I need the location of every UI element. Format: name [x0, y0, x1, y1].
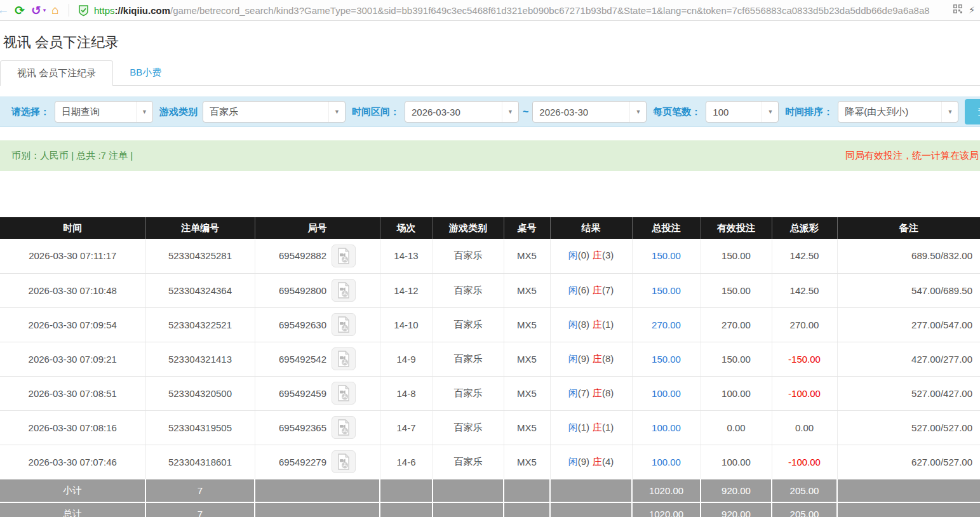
video-replay-button[interactable]	[332, 450, 356, 473]
video-replay-button[interactable]	[332, 245, 356, 267]
table-no-cell: MX5	[504, 239, 550, 273]
result-cell: 闲(8)庄(1)	[550, 307, 632, 342]
date-from-value: 2026-03-30	[405, 107, 502, 117]
total-bet-link[interactable]: 100.00	[652, 388, 681, 399]
game-type-select[interactable]: 百家乐 ▼	[203, 101, 346, 123]
bet-id-cell: 523304325281	[145, 239, 255, 273]
video-replay-button[interactable]	[332, 382, 356, 405]
qr-code-icon[interactable]	[953, 4, 962, 16]
payout-cell: 270.00	[772, 307, 837, 342]
date-from-select[interactable]: 2026-03-30 ▼	[405, 101, 519, 123]
col-table-no: 桌号	[504, 217, 550, 239]
time-range-label: 时间区间：	[352, 106, 399, 118]
payout-cell: -100.00	[772, 376, 837, 410]
total-bet-link[interactable]: 100.00	[652, 457, 681, 467]
url-bar[interactable]: https://kiqiiu.com/game/betrecord_search…	[94, 5, 950, 16]
round-cell: 695492542	[255, 342, 380, 376]
col-payout: 总派彩	[772, 217, 837, 239]
table-row: 2026-03-30 07:08:51 523304320500 6954924…	[0, 376, 980, 410]
time-cell: 2026-03-30 07:09:54	[0, 307, 145, 342]
sort-select[interactable]: 降幂(由大到小) ▼	[838, 101, 958, 123]
col-session: 场次	[380, 217, 433, 239]
session-cell: 14-12	[380, 273, 433, 307]
home-icon[interactable]: ⌂	[47, 2, 64, 18]
tab-bet-records[interactable]: 视讯 会员下注纪录	[0, 60, 113, 86]
game-type-cell: 百家乐	[433, 239, 504, 273]
table-row: 2026-03-30 07:08:16 523304319505 6954923…	[0, 410, 980, 445]
bet-records-table: 时间 注单编号 局号 场次 游戏类别 桌号 结果 总投注 有效投注 总派彩 备注…	[0, 217, 980, 517]
video-replay-button[interactable]	[332, 416, 356, 439]
query-type-select[interactable]: 日期查询 ▼	[55, 101, 153, 123]
session-cell: 14-10	[380, 307, 433, 342]
round-cell: 695492365	[255, 410, 380, 445]
round-cell: 695492279	[255, 445, 380, 479]
tab-bb-tips[interactable]: BB小费	[113, 60, 178, 85]
tab-bar: 视讯 会员下注纪录 BB小费	[0, 60, 980, 86]
valid-bet-cell: 150.00	[701, 273, 772, 307]
col-result: 结果	[550, 217, 632, 239]
time-cell: 2026-03-30 07:09:21	[0, 342, 145, 376]
payout-cell: -100.00	[772, 445, 837, 479]
game-type-cell: 百家乐	[433, 410, 504, 445]
total-total-bet: 1020.00	[632, 502, 701, 517]
chevron-down-icon: ▼	[502, 102, 518, 122]
currency-total-text: 币别：人民币 | 总共 :7 注单 |	[11, 150, 133, 162]
valid-bet-cell: 150.00	[701, 342, 772, 376]
video-replay-button[interactable]	[332, 347, 356, 370]
remark-cell: 689.50/832.00	[837, 239, 980, 273]
table-no-cell: MX5	[504, 342, 550, 376]
table-row: 2026-03-30 07:09:54 523304322521 6954926…	[0, 307, 980, 342]
undo-dropdown-caret-icon[interactable]: ▾	[42, 2, 47, 18]
time-cell: 2026-03-30 07:08:51	[0, 376, 145, 410]
total-label: 总计	[0, 502, 145, 517]
valid-bet-cell: 100.00	[701, 445, 772, 479]
payout-cell: -150.00	[772, 342, 837, 376]
sort-label: 时间排序：	[785, 106, 833, 118]
result-cell: 闲(9)庄(8)	[550, 342, 632, 376]
remark-cell: 527.00/427.00	[837, 376, 980, 410]
subtotal-count: 7	[145, 479, 255, 502]
video-replay-button[interactable]	[332, 313, 356, 336]
subtotal-total-bet: 1020.00	[632, 479, 701, 502]
game-type-cell: 百家乐	[433, 376, 504, 410]
col-remark: 备注	[837, 217, 980, 239]
round-number: 695492882	[279, 250, 326, 261]
table-header-row: 时间 注单编号 局号 场次 游戏类别 桌号 结果 总投注 有效投注 总派彩 备注	[0, 217, 980, 239]
toolbar-right-icons: ⚡	[950, 2, 980, 18]
total-bet-cell: 150.00	[632, 342, 701, 376]
total-bet-cell: 270.00	[632, 307, 701, 342]
refresh-icon[interactable]: ⟳	[11, 2, 28, 18]
round-number: 695492542	[279, 354, 326, 365]
back-arrow-icon[interactable]: ←	[0, 2, 11, 18]
total-valid-bet: 920.00	[701, 502, 772, 517]
toolbar-divider	[69, 4, 69, 17]
date-to-select[interactable]: 2026-03-30 ▼	[532, 101, 647, 123]
bet-id-cell: 523304324364	[145, 273, 255, 307]
round-cell: 695492800	[255, 273, 380, 307]
round-number: 695492800	[279, 285, 326, 296]
chevron-down-icon: ▼	[941, 102, 958, 122]
remark-cell: 427.00/277.00	[837, 342, 980, 376]
per-page-select[interactable]: 100 ▼	[706, 101, 779, 123]
search-button[interactable]: 查询	[965, 99, 980, 124]
browser-toolbar: ← ⟳ ↺ ▾ ⌂ https://kiqiiu.com/game/betrec…	[0, 0, 980, 21]
video-replay-button[interactable]	[332, 279, 356, 302]
time-cell: 2026-03-30 07:07:46	[0, 445, 145, 479]
chevron-down-icon: ▼	[136, 102, 152, 122]
col-time: 时间	[0, 217, 145, 239]
date-to-value: 2026-03-30	[533, 107, 629, 117]
table-no-cell: MX5	[504, 376, 550, 410]
total-bet-link[interactable]: 150.00	[652, 250, 681, 261]
total-bet-link[interactable]: 100.00	[652, 422, 681, 433]
query-type-value: 日期查询	[55, 106, 136, 118]
total-bet-link[interactable]: 150.00	[652, 285, 681, 296]
total-bet-link[interactable]: 270.00	[652, 319, 681, 330]
security-shield-icon[interactable]	[78, 4, 89, 17]
chevron-down-icon: ▼	[328, 102, 345, 122]
total-bet-link[interactable]: 150.00	[652, 354, 681, 365]
remark-cell: 627.00/527.00	[837, 445, 980, 479]
lightning-icon[interactable]: ⚡	[966, 2, 977, 18]
valid-bet-cell: 270.00	[701, 307, 772, 342]
valid-bet-notice: 同局有效投注，统一计算在该局	[845, 150, 979, 162]
result-cell: 闲(9)庄(4)	[550, 445, 632, 479]
